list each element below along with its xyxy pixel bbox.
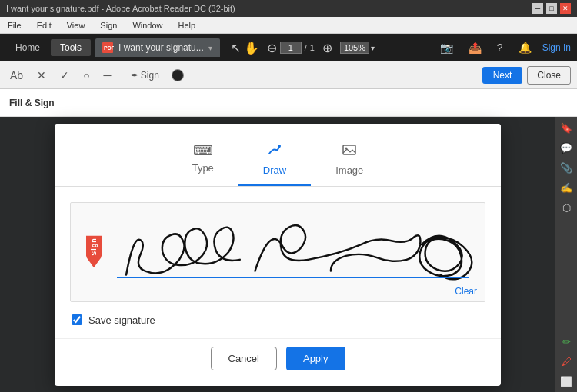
line-icon[interactable]: ─ (100, 67, 115, 84)
panel-attachments-icon[interactable]: 📎 (559, 160, 574, 175)
tab-image[interactable]: Image (311, 136, 388, 186)
nav-home[interactable]: Home (6, 39, 49, 56)
nav-tools[interactable]: Tools (51, 39, 91, 56)
title-bar: I want your signature.pdf - Adobe Acroba… (0, 0, 577, 17)
circle-icon[interactable]: ○ (79, 67, 93, 84)
tool-icons: Ab ✕ ✓ ○ ─ (6, 67, 115, 84)
svg-text:PDF: PDF (104, 45, 114, 51)
menu-file[interactable]: File (5, 19, 25, 32)
zoom-in-icon[interactable]: ⊕ (322, 41, 332, 55)
pdf-tab-arrow: ▾ (208, 44, 212, 52)
tab-draw[interactable]: Draw (238, 136, 311, 186)
fill-sign-label: Fill & Sign (9, 98, 55, 108)
signature-drawing (71, 203, 485, 301)
page-sep: / (305, 43, 307, 52)
help-icon[interactable]: ? (492, 40, 508, 55)
notification-icon[interactable]: 🔔 (514, 40, 536, 55)
type-tab-icon: ⌨ (193, 142, 213, 159)
panel-eraser-icon[interactable]: ⬜ (559, 374, 574, 389)
menu-view[interactable]: View (64, 19, 88, 32)
title-bar-text: I want your signature.pdf - Adobe Acroba… (6, 4, 235, 13)
nav-bar: Home Tools PDF I want your signatu... ▾ … (0, 34, 577, 61)
cross-icon[interactable]: ✕ (33, 67, 50, 84)
signature-baseline (117, 277, 469, 278)
type-tab-label: Type (192, 162, 214, 174)
panel-pencil-icon[interactable]: 🖊 (559, 354, 574, 369)
nav-right: 📷 📤 ? 🔔 Sign In (435, 40, 571, 55)
modal-overlay: ⌨ Type Draw (0, 117, 555, 392)
signature-modal: ⌨ Type Draw (55, 124, 501, 386)
maximize-button[interactable]: □ (546, 3, 557, 14)
zoom-dropdown-icon[interactable]: ▾ (371, 44, 375, 52)
zoom-control: ▾ (340, 42, 375, 54)
pdf-tab[interactable]: PDF I want your signatu... ▾ (95, 38, 220, 57)
pdf-icon: PDF (102, 42, 114, 54)
menu-sign[interactable]: Sign (97, 19, 120, 32)
panel-bookmarks-icon[interactable]: 🔖 (559, 120, 574, 135)
modal-tabs: ⌨ Type Draw (55, 124, 501, 187)
close-button[interactable]: ✕ (560, 3, 571, 14)
check-icon[interactable]: ✓ (56, 67, 73, 84)
page-number-input[interactable] (280, 42, 302, 54)
draw-tab-label: Draw (263, 164, 286, 176)
screenshot-icon[interactable]: 📷 (435, 40, 458, 55)
sign-tools: ✒ Sign (131, 70, 159, 81)
color-circle[interactable] (172, 69, 184, 81)
right-panel: 🔖 💬 📎 ✍ ⬡ ✏ 🖊 ⬜ (555, 117, 577, 392)
minimize-button[interactable]: ─ (532, 3, 543, 14)
draw-tab-icon (267, 142, 282, 161)
panel-edit-pen-icon[interactable]: ✏ (559, 334, 574, 349)
panel-layers-icon[interactable]: ⬡ (559, 200, 574, 215)
hand-tool[interactable]: ✋ (244, 41, 259, 55)
svg-rect-3 (343, 145, 355, 154)
save-signature-row: Save signature (55, 310, 501, 338)
image-tab-icon (342, 142, 357, 161)
clear-link[interactable]: Clear (455, 286, 477, 297)
page-total: 1 (310, 43, 315, 52)
tab-type[interactable]: ⌨ Type (168, 136, 238, 186)
zoom-input[interactable] (340, 42, 369, 54)
zoom-out-icon[interactable]: ⊖ (267, 41, 277, 55)
share-icon[interactable]: 📤 (464, 40, 486, 55)
next-button[interactable]: Next (482, 67, 523, 84)
fill-sign-toolbar: Ab ✕ ✓ ○ ─ ✒ Sign Next Close (0, 61, 577, 89)
menu-window[interactable]: Window (129, 19, 165, 32)
text-field-icon[interactable]: Ab (6, 67, 27, 84)
save-signature-label: Save signature (88, 314, 155, 326)
menu-help[interactable]: Help (175, 19, 199, 32)
close-button[interactable]: Close (527, 66, 571, 85)
main-area: ⌨ Type Draw (0, 117, 577, 392)
fill-sign-sub-toolbar: Fill & Sign (0, 89, 577, 117)
color-swatch[interactable] (172, 69, 184, 81)
sign-in-button[interactable]: Sign In (542, 42, 571, 53)
panel-comments-icon[interactable]: 💬 (559, 140, 574, 155)
cursor-tool[interactable]: ↖ (231, 41, 241, 55)
pdf-area: ⌨ Type Draw (0, 117, 555, 392)
page-controls: ↖ ✋ ⊖ / 1 ⊕ (231, 41, 332, 55)
panel-signatures-icon[interactable]: ✍ (559, 180, 574, 195)
sign-pen-icon[interactable]: ✒ Sign (131, 70, 159, 81)
toolbar-right: Next Close (482, 66, 571, 85)
pdf-tab-label: I want your signatu... (118, 42, 204, 53)
modal-footer: Cancel Apply (55, 338, 501, 386)
svg-point-2 (278, 145, 281, 148)
cancel-button[interactable]: Cancel (211, 347, 277, 370)
title-bar-controls: ─ □ ✕ (532, 3, 571, 14)
save-signature-checkbox[interactable] (72, 314, 82, 325)
signature-draw-area[interactable]: Sign Clear (70, 202, 485, 302)
menu-edit[interactable]: Edit (34, 19, 55, 32)
apply-button[interactable]: Apply (286, 347, 345, 370)
menu-bar: File Edit View Sign Window Help (0, 17, 577, 34)
image-tab-label: Image (335, 164, 363, 176)
